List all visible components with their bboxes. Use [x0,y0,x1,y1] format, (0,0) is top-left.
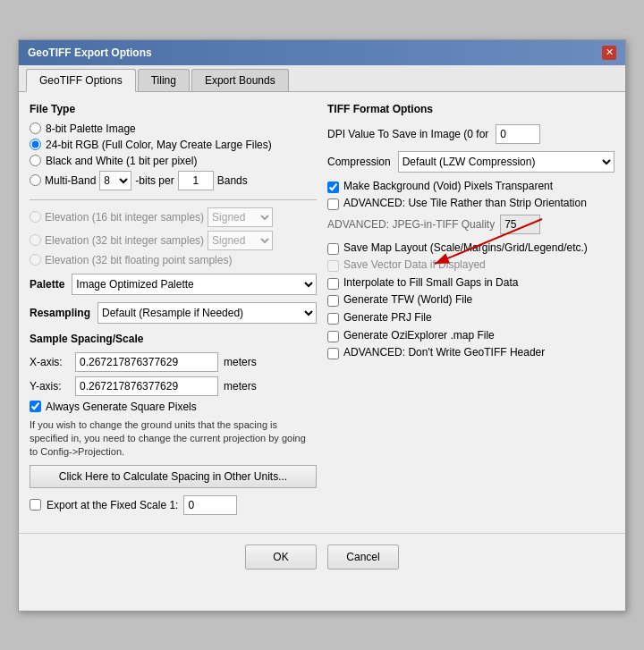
x-axis-label: X-axis: [30,356,70,368]
square-pixels-row: Always Generate Square Pixels [30,401,317,413]
elevation-section: Elevation (16 bit integer samples) Signe… [30,199,317,266]
elevation-16-select[interactable]: SignedUnsigned [208,207,273,227]
generate-ozi-label: Generate OziExplorer .map File [343,329,495,343]
compression-select[interactable]: Default (LZW Compression) None LZW JPEG … [398,151,614,173]
y-axis-units: meters [224,380,257,393]
radio-24bit-row: 24-bit RGB (Full Color, May Create Large… [30,139,317,151]
resampling-select[interactable]: Default (Resample if Needed) Nearest Nei… [97,302,317,324]
radio-bw[interactable] [30,155,41,166]
y-axis-input[interactable] [75,376,218,396]
interpolate-checkbox[interactable] [327,278,339,290]
elevation-32i-select[interactable]: SignedUnsigned [208,231,273,250]
projection-info-text: If you wish to change the ground units t… [30,418,317,460]
save-map-layout-checkbox[interactable] [327,243,339,255]
main-content: File Type 8-bit Palette Image 24-bit RGB… [19,92,625,526]
generate-prj-row: Generate PRJ File [327,311,614,325]
dialog-title: GeoTIFF Export Options [28,46,152,59]
tabs-bar: GeoTIFF Options Tiling Export Bounds [19,65,625,92]
tab-tiling[interactable]: Tiling [138,69,190,91]
multiband-bands-label: Bands [217,174,248,187]
advanced-tile-row: ADVANCED: Use Tile Rather than Strip Ori… [327,197,614,211]
calc-spacing-button[interactable]: Click Here to Calculate Spacing in Other… [30,465,317,488]
elevation-32i-label: Elevation (32 bit integer samples) [45,234,204,247]
palette-row: Palette Image Optimized Palette [30,274,317,295]
generate-ozi-row: Generate OziExplorer .map File [327,329,614,343]
generate-tfw-row: Generate TFW (World) File [327,293,614,308]
file-type-title: File Type [30,103,317,115]
x-axis-row: X-axis: meters [30,352,317,372]
jpeg-quality-row: ADVANCED: JPEG-in-TIFF Quality [327,215,614,234]
radio-bw-label: Black and White (1 bit per pixel) [46,155,197,167]
radio-8bit-row: 8-bit Palette Image [30,122,317,135]
tab-export-bounds[interactable]: Export Bounds [191,69,289,91]
compression-row: Compression Default (LZW Compression) No… [327,151,614,173]
radio-24bit[interactable] [30,139,41,150]
save-map-layout-row: Save Map Layout (Scale/Margins/Grid/Lege… [327,241,614,256]
dpi-input[interactable] [496,124,540,144]
y-axis-label: Y-axis: [30,380,70,393]
tab-geotiff-options[interactable]: GeoTIFF Options [26,69,136,92]
resampling-label: Resampling [30,307,90,319]
advanced-header-label: ADVANCED: Don't Write GeoTIFF Header [343,346,545,360]
interpolate-row: Interpolate to Fill Small Gaps in Data [327,276,614,291]
save-vector-label: Save Vector Data if Displayed [343,258,486,273]
left-panel: File Type 8-bit Palette Image 24-bit RGB… [30,103,317,515]
advanced-tile-checkbox[interactable] [327,198,339,210]
advanced-tile-label: ADVANCED: Use Tile Rather than Strip Ori… [343,197,587,211]
elevation-32f-row: Elevation (32 bit floating point samples… [30,254,317,266]
y-axis-row: Y-axis: meters [30,376,317,396]
multiband-bits-select[interactable]: 81632 [99,171,131,190]
radio-elevation-32f[interactable] [30,254,41,266]
generate-tfw-label: Generate TFW (World) File [343,293,472,308]
multiband-bits-per-label: -bits per [135,174,174,187]
make-bg-transparent-label: Make Background (Void) Pixels Transparen… [343,180,553,194]
generate-tfw-checkbox[interactable] [327,295,339,307]
geotiff-export-dialog: GeoTIFF Export Options ✕ GeoTIFF Options… [18,39,626,612]
interpolate-label: Interpolate to Fill Small Gaps in Data [343,276,518,291]
save-map-layout-label: Save Map Layout (Scale/Margins/Grid/Lege… [343,241,588,256]
tiff-options-title: TIFF Format Options [327,103,614,115]
square-pixels-label: Always Generate Square Pixels [46,401,197,413]
generate-prj-checkbox[interactable] [327,313,339,325]
radio-bw-row: Black and White (1 bit per pixel) [30,155,317,167]
radio-elevation-32i[interactable] [30,234,41,246]
fixed-scale-row: Export at the Fixed Scale 1: [30,495,317,515]
multiband-bands-input[interactable] [178,171,214,190]
right-panel: TIFF Format Options DPI Value To Save in… [327,103,614,515]
elevation-16-row: Elevation (16 bit integer samples) Signe… [30,207,317,227]
radio-24bit-label: 24-bit RGB (Full Color, May Create Large… [46,139,272,151]
x-axis-input[interactable] [75,352,218,372]
make-bg-transparent-row: Make Background (Void) Pixels Transparen… [327,180,614,194]
dpi-row: DPI Value To Save in Image (0 for [327,124,614,144]
save-vector-checkbox[interactable] [327,260,339,272]
radio-multiband-row: Multi-Band 81632 -bits per Bands [30,171,317,190]
ok-button[interactable]: OK [245,544,317,570]
fixed-scale-checkbox[interactable] [30,499,41,511]
generate-prj-label: Generate PRJ File [343,311,432,325]
dialog-footer: OK Cancel [19,533,625,580]
radio-8bit-label: 8-bit Palette Image [46,122,136,135]
fixed-scale-label: Export at the Fixed Scale 1: [47,499,178,511]
advanced-header-row: ADVANCED: Don't Write GeoTIFF Header [327,346,614,360]
cancel-button[interactable]: Cancel [327,544,399,570]
dpi-label: DPI Value To Save in Image (0 for [327,128,488,140]
radio-elevation-16[interactable] [30,211,41,223]
fixed-scale-input[interactable] [183,495,237,515]
elevation-32i-row: Elevation (32 bit integer samples) Signe… [30,231,317,250]
spacing-title: Sample Spacing/Scale [30,333,317,345]
radio-multiband[interactable] [30,174,41,186]
save-vector-row: Save Vector Data if Displayed [327,258,614,273]
advanced-header-checkbox[interactable] [327,348,339,359]
jpeg-quality-input[interactable] [500,215,540,234]
generate-ozi-checkbox[interactable] [327,331,339,342]
title-bar: GeoTIFF Export Options ✕ [19,40,625,65]
palette-select[interactable]: Image Optimized Palette [72,274,317,295]
x-axis-units: meters [224,356,257,368]
radio-8bit[interactable] [30,122,41,134]
resampling-row: Resampling Default (Resample if Needed) … [30,302,317,324]
palette-label: Palette [30,278,64,291]
square-pixels-checkbox[interactable] [30,401,41,412]
close-button[interactable]: ✕ [602,46,616,60]
compression-label: Compression [327,156,391,168]
make-bg-transparent-checkbox[interactable] [327,181,339,193]
